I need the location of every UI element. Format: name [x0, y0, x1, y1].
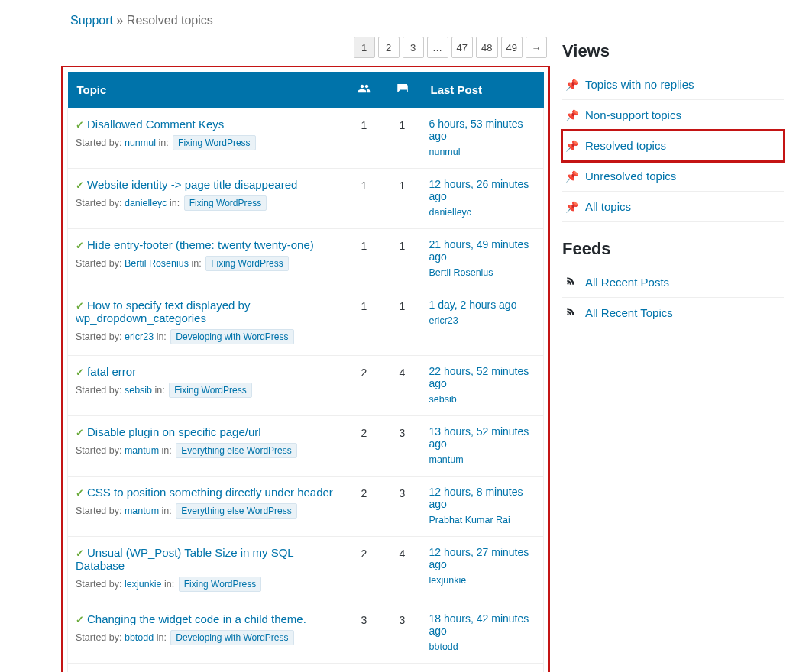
voices-count: 1	[345, 229, 383, 289]
topic-title-link[interactable]: Unsual (WP_Post) Table Size in my SQL Da…	[76, 546, 293, 572]
voices-icon	[358, 85, 371, 98]
table-row: ✓Website identity -> page title disappea…	[68, 169, 544, 229]
topic-title-link[interactable]: Website identity -> page title disappear…	[87, 178, 297, 191]
topic-starter-link[interactable]: bbtodd	[125, 632, 154, 643]
topic-starter-link[interactable]: ericr23	[125, 331, 154, 342]
last-poster-link[interactable]: ericr23	[429, 315, 458, 326]
last-poster-link[interactable]: bbtodd	[429, 641, 458, 652]
last-post-time-link[interactable]: 1 day, 2 hours ago	[429, 299, 536, 311]
table-row: ✓Hide entry-footer (theme: twenty twenty…	[68, 229, 544, 289]
col-topic: Topic	[68, 72, 345, 108]
replies-count: 3	[383, 603, 422, 664]
topic-meta: Started by: danielleyc in: Fixing WordPr…	[76, 195, 338, 211]
forum-tag-link[interactable]: Everything else WordPress	[176, 443, 297, 458]
pin-icon: 📌	[565, 109, 579, 121]
topic-starter-link[interactable]: mantum	[125, 506, 159, 516]
replies-count: 1	[383, 229, 422, 289]
page-47[interactable]: 47	[451, 37, 473, 58]
page-3[interactable]: 3	[403, 37, 424, 58]
views-link[interactable]: Non-support topics	[585, 108, 681, 121]
topics-table-highlight: Topic Last Post	[61, 66, 550, 672]
last-post-time-link[interactable]: 21 hours, 49 minutes ago	[429, 238, 536, 263]
replies-count: 4	[383, 537, 422, 603]
topic-starter-link[interactable]: nunmul	[125, 137, 156, 148]
table-row: ✓fatal errorStarted by: sebsib in: Fixin…	[68, 356, 544, 416]
page-2[interactable]: 2	[378, 37, 400, 58]
topic-starter-link[interactable]: lexjunkie	[125, 579, 162, 590]
in-label: in:	[158, 137, 171, 148]
topic-starter-link[interactable]: Bertil Rosenius	[125, 258, 189, 269]
page-48[interactable]: 48	[476, 37, 497, 58]
views-item: 📌Unresolved topics	[562, 161, 784, 192]
last-poster-link[interactable]: nunmul	[429, 147, 461, 157]
topic-title-link[interactable]: Hide entry-footer (theme: twenty twenty-…	[87, 238, 314, 251]
voices-count: 1	[345, 108, 383, 169]
page-1[interactable]: 1	[354, 37, 375, 58]
last-poster-link[interactable]: lexjunkie	[429, 575, 467, 586]
views-link[interactable]: Topics with no replies	[585, 78, 694, 91]
feeds-item: All Recent Posts	[562, 267, 784, 298]
table-row: ✓CSS to position something directly unde…	[68, 477, 544, 537]
page-49[interactable]: 49	[501, 37, 523, 58]
topic-meta: Started by: Bertil Rosenius in: Fixing W…	[76, 256, 338, 271]
topic-title-link[interactable]: Disallowed Comment Keys	[87, 118, 224, 131]
replies-count: 1	[383, 664, 422, 673]
last-post-time-link[interactable]: 13 hours, 52 minutes ago	[429, 425, 536, 450]
last-poster-link[interactable]: Bertil Rosenius	[429, 267, 493, 278]
forum-tag-link[interactable]: Fixing WordPress	[169, 383, 251, 398]
resolved-check-icon: ✓	[76, 367, 84, 378]
resolved-check-icon: ✓	[76, 548, 84, 559]
forum-tag-link[interactable]: Fixing WordPress	[205, 256, 288, 271]
table-row: ✓Changing the widget code in a child the…	[68, 603, 544, 664]
rss-icon	[565, 306, 579, 319]
replies-icon	[396, 85, 409, 98]
breadcrumb-support-link[interactable]: Support	[70, 14, 113, 27]
feeds-link[interactable]: All Recent Topics	[585, 306, 673, 319]
views-link[interactable]: All topics	[585, 200, 631, 213]
in-label: in:	[164, 579, 177, 590]
last-poster-link[interactable]: danielleyc	[429, 207, 472, 218]
last-post-time-link[interactable]: 12 hours, 27 minutes ago	[429, 546, 536, 570]
topic-title-link[interactable]: CSS to position something directly under…	[87, 486, 333, 499]
forum-tag-link[interactable]: Developing with WordPress	[170, 329, 293, 344]
page-…[interactable]: …	[427, 37, 448, 58]
topic-meta: Started by: ericr23 in: Developing with …	[76, 329, 338, 344]
feeds-link[interactable]: All Recent Posts	[585, 276, 669, 289]
forum-tag-link[interactable]: Fixing WordPress	[173, 135, 255, 150]
forum-tag-link[interactable]: Fixing WordPress	[184, 195, 267, 211]
views-item: 📌Resolved topics	[562, 131, 784, 161]
topic-starter-link[interactable]: danielleyc	[125, 198, 167, 208]
feeds-heading: Feeds	[562, 239, 784, 259]
resolved-check-icon: ✓	[76, 300, 84, 312]
page-→[interactable]: →	[526, 37, 547, 58]
last-post-time-link[interactable]: 12 hours, 8 minutes ago	[429, 486, 536, 510]
topic-title-link[interactable]: Disable plugin on specific page/url	[87, 425, 261, 438]
views-heading: Views	[562, 41, 784, 61]
table-row: ✓Disallowed Comment KeysStarted by: nunm…	[68, 108, 544, 169]
last-poster-link[interactable]: sebsib	[429, 394, 457, 405]
pagination: 123…474849→	[61, 37, 550, 58]
views-link[interactable]: Unresolved topics	[585, 170, 676, 183]
voices-count: 1	[345, 169, 383, 229]
last-post-time-link[interactable]: 22 hours, 52 minutes ago	[429, 365, 536, 389]
last-post-time-link[interactable]: 12 hours, 26 minutes ago	[429, 178, 536, 202]
topic-title-link[interactable]: fatal error	[87, 365, 136, 378]
voices-count: 2	[345, 356, 383, 416]
forum-tag-link[interactable]: Fixing WordPress	[179, 577, 261, 592]
col-lastpost: Last Post	[422, 72, 544, 108]
topic-starter-link[interactable]: sebsib	[125, 385, 152, 396]
topic-meta: Started by: lexjunkie in: Fixing WordPre…	[76, 577, 338, 592]
topic-starter-link[interactable]: mantum	[125, 445, 159, 456]
last-post-time-link[interactable]: 6 hours, 53 minutes ago	[429, 118, 536, 142]
topic-title-link[interactable]: Changing the widget code in a child them…	[87, 612, 306, 625]
last-post-time-link[interactable]: 18 hours, 42 minutes ago	[429, 612, 536, 637]
last-poster-link[interactable]: mantum	[429, 454, 464, 465]
replies-count: 3	[383, 416, 422, 477]
last-poster-link[interactable]: Prabhat Kumar Rai	[429, 515, 510, 525]
views-link[interactable]: Resolved topics	[585, 139, 666, 152]
svg-point-0	[567, 283, 568, 284]
pin-icon: 📌	[565, 201, 579, 213]
topic-title-link[interactable]: How to specify text displayed by wp_drop…	[76, 299, 250, 325]
forum-tag-link[interactable]: Everything else WordPress	[176, 503, 297, 519]
forum-tag-link[interactable]: Developing with WordPress	[170, 630, 293, 645]
